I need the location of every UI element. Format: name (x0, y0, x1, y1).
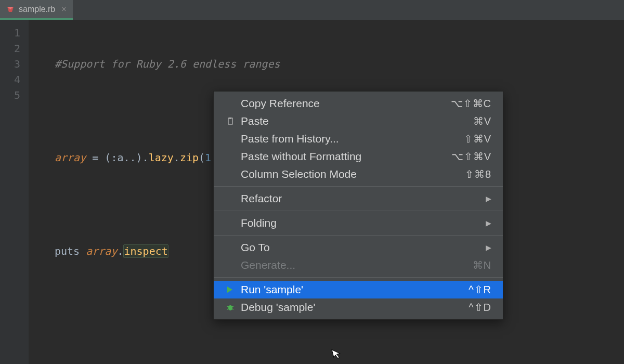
menu-generate[interactable]: Generate... ⌘N (214, 256, 503, 274)
menu-separator (214, 277, 503, 278)
menu-shortcut: ⌘N (473, 259, 491, 271)
menu-label: Go To (241, 241, 486, 254)
submenu-arrow-icon: ▶ (486, 243, 491, 252)
menu-separator (214, 186, 503, 187)
context-menu: Copy Reference ⌥⇧⌘C Paste ⌘V Paste from … (213, 91, 503, 320)
menu-label: Paste from History... (241, 133, 464, 145)
menu-goto[interactable]: Go To ▶ (214, 239, 503, 256)
menu-separator (214, 235, 503, 236)
file-tab[interactable]: sample.rb × (0, 0, 73, 20)
menu-column-selection[interactable]: Column Selection Mode ⇧⌘8 (214, 165, 503, 183)
tab-filename: sample.rb (19, 5, 55, 14)
svg-line-9 (232, 309, 233, 309)
run-icon (226, 286, 241, 293)
menu-shortcut: ⇧⌘V (464, 133, 491, 145)
submenu-arrow-icon: ▶ (486, 194, 491, 203)
menu-label: Folding (241, 217, 486, 229)
menu-paste-plain[interactable]: Paste without Formatting ⌥⇧⌘V (214, 148, 503, 165)
menu-shortcut: ^⇧D (469, 301, 491, 314)
code-comment: #Support for Ruby 2.6 endless ranges (55, 58, 280, 70)
close-icon[interactable]: × (61, 5, 66, 14)
menu-label: Debug 'sample' (241, 301, 469, 314)
menu-label: Generate... (241, 259, 473, 271)
menu-paste[interactable]: Paste ⌘V (214, 112, 503, 130)
line-number: 2 (0, 41, 20, 56)
menu-shortcut: ⌥⇧⌘V (451, 150, 491, 163)
menu-debug-sample[interactable]: Debug 'sample' ^⇧D (214, 298, 503, 316)
submenu-arrow-icon: ▶ (486, 219, 491, 227)
line-number: 3 (0, 56, 20, 72)
menu-copy-reference[interactable]: Copy Reference ⌥⇧⌘C (214, 95, 503, 112)
svg-rect-3 (229, 118, 231, 119)
menu-run-sample[interactable]: Run 'sample' ^⇧R (214, 281, 503, 298)
menu-label: Paste without Formatting (241, 150, 451, 163)
menu-label: Run 'sample' (241, 283, 469, 296)
menu-shortcut: ⌘V (473, 115, 491, 127)
svg-marker-4 (227, 287, 232, 293)
menu-label: Paste (241, 115, 473, 127)
menu-shortcut: ⌥⇧⌘C (451, 97, 491, 110)
svg-point-5 (228, 305, 232, 310)
menu-refactor[interactable]: Refactor ▶ (214, 190, 503, 207)
ruby-file-icon (6, 5, 15, 14)
tab-bar: sample.rb × (0, 0, 624, 20)
svg-line-6 (227, 306, 229, 307)
menu-separator (214, 211, 503, 211)
svg-line-8 (227, 309, 229, 309)
line-number: 4 (0, 72, 20, 87)
menu-label: Refactor (241, 192, 486, 205)
menu-shortcut: ⇧⌘8 (465, 168, 491, 180)
clipboard-icon (226, 117, 241, 125)
menu-label: Column Selection Mode (241, 168, 465, 180)
menu-shortcut: ^⇧R (469, 283, 491, 296)
line-number: 1 (0, 25, 20, 41)
line-number: 5 (0, 87, 20, 103)
menu-folding[interactable]: Folding ▶ (214, 214, 503, 232)
debug-icon (226, 303, 241, 311)
menu-paste-history[interactable]: Paste from History... ⇧⌘V (214, 130, 503, 148)
line-gutter: 1 2 3 4 5 (0, 20, 29, 364)
svg-line-7 (232, 306, 233, 307)
menu-label: Copy Reference (241, 97, 451, 110)
svg-rect-2 (228, 118, 232, 124)
